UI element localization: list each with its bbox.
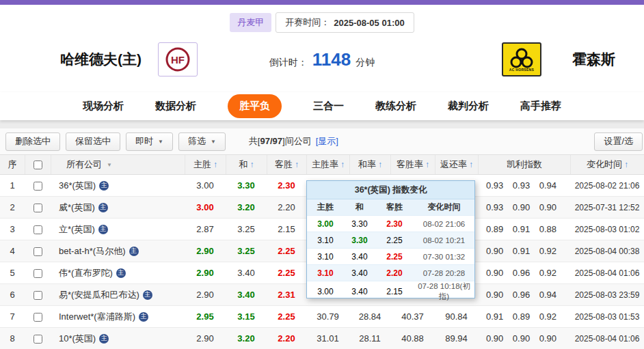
home-win-odds[interactable]: 2.90 [185,246,226,256]
sort-up-icon[interactable]: ↑ [340,160,345,169]
show-link[interactable]: [显示] [316,135,338,148]
home-win-odds[interactable]: 2.90 [185,268,226,278]
company-filter-icon[interactable]: ▼ [107,162,112,168]
kelly-draw: 0.96 [513,268,530,278]
tab-referee-analysis[interactable]: 裁判分析 [448,100,489,113]
row-checkbox[interactable] [33,269,42,278]
kelly-cell: 0.930.930.94 [478,180,570,191]
kelly-away: 0.92 [539,268,556,278]
popup-away-odds: 2.20 [375,268,414,278]
tab-expert-recommend[interactable]: 高手推荐 [520,100,561,113]
home-win-odds[interactable]: 2.95 [185,311,226,322]
away-win-odds[interactable]: 2.20 [267,202,306,212]
row-index: 5 [0,268,25,278]
col-draw-rate[interactable]: 和率↑ [349,155,390,174]
tab-live-analysis[interactable]: 现场分析 [83,100,124,113]
row-checkbox[interactable] [33,225,42,234]
filter-dropdown-label: 筛选 [188,135,206,148]
draw-odds[interactable]: 3.25 [226,224,267,234]
row-checkbox[interactable] [33,335,42,344]
col-away-rate[interactable]: 客胜率↑ [390,155,435,174]
league-badge[interactable]: 丹麦甲 [230,13,271,32]
row-checkbox[interactable] [33,291,42,300]
row-checkbox[interactable] [33,204,42,212]
col-away-win[interactable]: 客胜↑ [267,155,306,174]
row-checkbox[interactable] [33,247,42,256]
kelly-away: 0.90 [539,202,556,212]
away-win-odds[interactable]: 2.25 [267,311,306,322]
away-win-odds[interactable]: 2.25 [267,246,306,256]
company-name[interactable]: Interwet*(塞浦路斯) [59,311,135,323]
row-select [25,290,51,300]
sort-up-icon[interactable]: ↑ [624,160,628,169]
away-win-odds[interactable]: 2.15 [267,224,306,234]
company-name[interactable]: 伟*(直布罗陀) [59,267,113,279]
company-count-value: 97/97 [260,136,282,146]
away-win-odds[interactable]: 2.20 [267,333,306,344]
home-win-odds[interactable]: 3.00 [185,180,226,191]
home-win-odds[interactable]: 2.90 [185,290,226,300]
top-accent-bar [0,0,644,5]
home-win-odds[interactable]: 2.87 [185,224,226,234]
change-time: 2025-08-04 01:06 [570,268,644,278]
draw-odds[interactable]: 3.25 [226,246,267,256]
sort-up-icon[interactable]: ↑ [250,160,254,169]
col-company[interactable]: 所有公司 ▼ [51,155,185,174]
row-index: 8 [0,333,25,344]
sort-up-icon[interactable]: ↑ [295,160,299,169]
sort-up-icon[interactable]: ↑ [469,160,473,169]
row-checkbox[interactable] [33,182,42,191]
instant-dropdown[interactable]: 即时 ▼ [126,132,173,151]
col-home-win-label: 主胜 [193,158,211,171]
company-name[interactable]: 36*(英国) [59,180,96,192]
away-win-odds[interactable]: 2.31 [267,290,306,300]
col-home-rate[interactable]: 主胜率↑ [306,155,349,174]
draw-odds[interactable]: 3.20 [226,333,267,344]
table-header: 序 所有公司 ▼ 主胜↑ 和↑ 客胜↑ 主胜率↑ 和率↑ 客胜率↑ 返还率↑ 凯… [0,154,644,175]
keep-selected-button[interactable]: 保留选中 [66,132,120,151]
draw-odds[interactable]: 3.15 [226,311,267,322]
company-name[interactable]: 威*(英国) [59,201,95,214]
tab-data-analysis[interactable]: 数据分析 [155,100,196,113]
col-draw[interactable]: 和↑ [226,155,267,174]
main-company-badge: 主 [143,290,152,300]
tab-three-in-one[interactable]: 三合一 [313,100,344,113]
popup-draw-odds: 3.40 [344,252,375,262]
draw-odds[interactable]: 3.40 [226,268,267,278]
col-return-rate[interactable]: 返还率↑ [435,155,478,174]
delete-selected-button[interactable]: 删除选中 [5,132,60,151]
away-logo-text: AC HORSENS [509,68,534,72]
select-all-checkbox[interactable] [33,160,42,169]
sort-up-icon[interactable]: ↑ [425,160,429,169]
popup-draw-odds: 3.30 [344,236,375,245]
col-home-win[interactable]: 主胜↑ [185,155,226,174]
main-company-badge: 主 [99,334,109,344]
sort-up-icon[interactable]: ↑ [378,160,382,169]
company-name[interactable]: 10*(英国) [59,333,96,345]
main-company-badge: 主 [98,225,108,234]
home-win-odds[interactable]: 3.00 [185,202,226,212]
company-name[interactable]: bet-at-h*(马尔他) [59,245,126,257]
col-index[interactable]: 序 [0,155,25,174]
company-count: 共[97/97]间公司 [249,135,312,148]
divider-strip [0,120,644,128]
main-company-badge: 主 [98,203,108,212]
draw-odds[interactable]: 3.40 [226,290,267,300]
row-checkbox[interactable] [33,313,42,322]
row-select [25,268,51,278]
col-change-time[interactable]: 变化时间↑ [570,155,644,174]
change-time: 2025-08-03 01:53 [570,312,644,322]
tab-win-draw-loss[interactable]: 胜平负 [228,94,282,118]
settings-button[interactable]: 设置/选 [594,132,643,151]
away-win-odds[interactable]: 2.25 [267,268,306,278]
draw-odds[interactable]: 3.20 [226,202,267,212]
company-name[interactable]: 易*(安提瓜和巴布达) [59,289,139,301]
filter-dropdown[interactable]: 筛选 ▼ [178,132,226,151]
draw-rate: 28.11 [349,333,390,344]
company-name[interactable]: 立*(英国) [59,223,95,236]
home-win-odds[interactable]: 2.90 [185,333,226,344]
sort-up-icon[interactable]: ↑ [213,160,217,169]
tab-coach-analysis[interactable]: 教练分析 [375,100,416,113]
draw-odds[interactable]: 3.30 [226,180,267,191]
away-win-odds[interactable]: 2.30 [267,180,306,191]
